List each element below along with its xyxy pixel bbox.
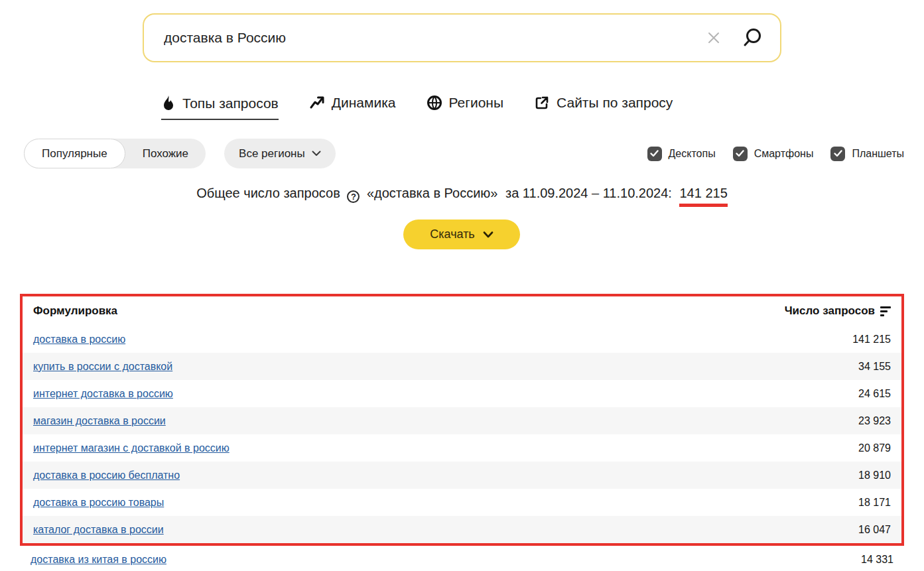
- summary-total: 141 215: [679, 186, 727, 207]
- segment-label: Популярные: [42, 147, 107, 160]
- external-link-icon: [534, 95, 550, 111]
- checkbox-label: Планшеты: [852, 148, 904, 160]
- segment-similar[interactable]: Похожие: [125, 139, 206, 168]
- query-link[interactable]: купить в россии с доставкой: [33, 361, 172, 373]
- query-count: 24 615: [858, 388, 891, 400]
- search-input[interactable]: [144, 30, 700, 46]
- tab-sites-by-query[interactable]: Сайты по запросу: [534, 95, 673, 117]
- segment-popular[interactable]: Популярные: [24, 139, 125, 168]
- query-count: 34 155: [858, 361, 891, 373]
- tab-dynamics[interactable]: Динамика: [309, 95, 396, 117]
- device-filters: Десктопы Смартфоны Планшеты: [647, 147, 904, 161]
- query-link[interactable]: доставка в россию: [33, 334, 125, 346]
- download-label: Скачать: [430, 227, 475, 241]
- query-link[interactable]: каталог доставка в россии: [33, 524, 164, 536]
- query-count: 18 171: [858, 497, 891, 509]
- summary-period: за 11.09.2024 – 11.10.2024:: [505, 186, 672, 200]
- region-dropdown[interactable]: Все регионы: [224, 139, 336, 168]
- help-icon[interactable]: ?: [347, 190, 360, 203]
- segment-label: Похожие: [143, 147, 188, 160]
- chevron-down-icon: [483, 231, 494, 238]
- column-header-count[interactable]: Число запросов: [785, 304, 891, 318]
- table-row: купить в россии с доставкой 34 155: [23, 353, 901, 380]
- summary-prefix: Общее число запросов: [196, 186, 340, 200]
- flame-icon: [161, 95, 176, 112]
- checkbox-checked-icon: [830, 147, 845, 161]
- query-count: 20 879: [858, 442, 891, 454]
- download-button[interactable]: Скачать: [403, 220, 520, 249]
- column-header-count-label: Число запросов: [785, 304, 875, 318]
- table-row: магазин доставка в россии 23 923: [23, 407, 901, 434]
- total-queries-summary: Общее число запросов ? «доставка в Росси…: [0, 186, 924, 203]
- query-count: 14 331: [861, 554, 893, 566]
- checkbox-checked-icon: [647, 147, 662, 161]
- tab-bar: Топы запросов Динамика Регионы Сайты по …: [161, 95, 673, 120]
- query-link[interactable]: доставка из китая в россию: [31, 554, 166, 566]
- query-link[interactable]: магазин доставка в россии: [33, 415, 166, 427]
- summary-query: «доставка в Россию»: [367, 186, 498, 200]
- search-bar: [143, 13, 781, 62]
- query-link[interactable]: интернет магазин с доставкой в россию: [33, 442, 230, 454]
- tab-top-queries[interactable]: Топы запросов: [161, 95, 279, 120]
- queries-table: Формулировка Число запросов доставка в р…: [20, 294, 904, 571]
- checkbox-label: Десктопы: [669, 148, 716, 160]
- query-count: 18 910: [858, 470, 891, 481]
- checkbox-tablets[interactable]: Планшеты: [830, 147, 904, 161]
- column-header-phrase: Формулировка: [33, 304, 117, 318]
- checkbox-checked-icon: [733, 147, 748, 161]
- table-row: доставка в россию товары 18 171: [23, 489, 901, 516]
- tab-label: Топы запросов: [182, 95, 279, 111]
- checkbox-smartphones[interactable]: Смартфоны: [733, 147, 814, 161]
- table-row: доставка из китая в россию 14 331: [20, 546, 904, 571]
- table-row: доставка в россию 141 215: [23, 326, 901, 353]
- chevron-down-icon: [312, 151, 321, 157]
- filter-row: Популярные Похожие Все регионы Десктопы: [24, 139, 904, 168]
- query-link[interactable]: доставка в россию бесплатно: [33, 470, 180, 481]
- table-row: интернет магазин с доставкой в россию 20…: [23, 434, 901, 462]
- clear-icon[interactable]: [700, 25, 727, 51]
- tab-label: Сайты по запросу: [557, 95, 673, 111]
- query-link[interactable]: доставка в россию товары: [33, 497, 164, 509]
- tab-label: Регионы: [449, 95, 504, 111]
- table-header: Формулировка Число запросов: [23, 296, 901, 326]
- table-row: каталог доставка в россии 16 047: [23, 516, 901, 543]
- checkbox-desktops[interactable]: Десктопы: [647, 147, 716, 161]
- table-row: интернет доставка в россию 24 615: [23, 380, 901, 407]
- checkbox-label: Смартфоны: [754, 148, 814, 160]
- trend-up-icon: [309, 95, 325, 111]
- region-dropdown-label: Все регионы: [239, 147, 305, 160]
- query-type-switch: Популярные Похожие: [24, 139, 206, 168]
- query-count: 23 923: [858, 415, 891, 427]
- tab-regions[interactable]: Регионы: [427, 95, 504, 117]
- table-row: доставка в россию бесплатно 18 910: [23, 462, 901, 489]
- tab-label: Динамика: [332, 95, 396, 111]
- query-count: 141 215: [852, 334, 891, 346]
- search-icon[interactable]: [736, 22, 768, 54]
- red-highlight-box: Формулировка Число запросов доставка в р…: [20, 294, 904, 546]
- globe-icon: [427, 95, 442, 111]
- query-count: 16 047: [858, 524, 891, 536]
- sort-icon: [880, 306, 891, 316]
- query-link[interactable]: интернет доставка в россию: [33, 388, 173, 400]
